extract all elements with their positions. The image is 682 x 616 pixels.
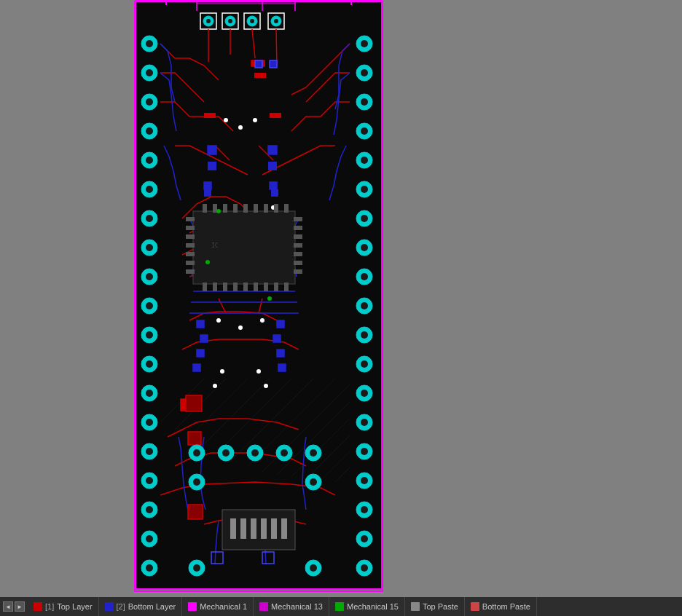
svg-point-76 [146,331,153,339]
svg-rect-107 [255,60,262,68]
svg-point-44 [361,419,368,426]
svg-point-204 [193,478,200,486]
layer-bottom-paste[interactable]: Bottom Paste [465,597,537,616]
svg-point-48 [361,477,368,484]
svg-rect-147 [294,217,302,221]
scroll-left-button[interactable]: ◄ [3,601,13,612]
svg-line-100 [259,299,262,313]
svg-point-46 [361,448,368,455]
svg-rect-118 [277,350,284,357]
bottom-layer-color [105,602,114,611]
svg-point-52 [361,535,368,542]
svg-rect-192 [281,518,287,539]
layer-mechanical15[interactable]: Mechanical 15 [329,597,405,616]
mechanical1-color [188,602,197,611]
scroll-controls[interactable]: ◄ ► [3,601,25,612]
bottom-paste-color [471,602,479,611]
svg-point-198 [251,449,259,457]
svg-point-132 [216,318,221,323]
svg-rect-217 [271,189,278,197]
svg-rect-190 [261,518,267,539]
bottom-paste-label: Bottom Paste [482,602,530,611]
svg-point-68 [146,215,153,222]
svg-rect-160 [264,204,268,213]
svg-rect-146 [186,269,195,274]
svg-rect-109 [208,146,216,154]
svg-rect-145 [186,261,195,265]
svg-point-86 [146,477,153,484]
svg-rect-187 [230,518,236,539]
svg-point-56 [146,40,153,47]
svg-rect-141 [186,226,195,230]
svg-rect-117 [197,350,204,357]
svg-rect-212 [204,113,216,118]
svg-point-200 [281,449,288,457]
svg-line-180 [262,384,350,472]
layer-mechanical13[interactable]: Mechanical 13 [254,597,329,616]
svg-rect-142 [186,234,195,239]
svg-rect-153 [294,269,302,274]
svg-point-28 [361,186,368,193]
svg-point-208 [193,564,200,572]
svg-point-220 [205,260,210,264]
pcb-canvas[interactable]: IC [0,0,682,597]
svg-point-32 [361,244,368,251]
svg-rect-116 [273,335,281,342]
svg-point-60 [146,98,153,106]
svg-rect-157 [233,204,238,213]
svg-rect-171 [284,283,289,291]
svg-rect-165 [223,283,227,291]
svg-rect-149 [294,234,302,239]
svg-rect-122 [262,552,274,564]
svg-point-10 [228,19,232,23]
svg-rect-161 [274,204,278,213]
svg-rect-154 [203,204,207,213]
svg-rect-110 [268,146,277,154]
svg-line-181 [277,402,350,475]
svg-rect-119 [193,364,200,371]
svg-rect-213 [270,113,281,118]
svg-point-16 [274,19,278,23]
svg-point-138 [264,384,268,388]
bottom-layer-number: [2] [117,602,125,611]
svg-point-90 [146,535,153,542]
svg-point-218 [216,209,221,213]
svg-point-38 [361,331,368,339]
svg-rect-169 [264,283,268,291]
svg-rect-222 [188,505,203,519]
svg-point-88 [146,506,153,513]
svg-line-185 [335,467,350,482]
scroll-right-button[interactable]: ► [15,601,25,612]
svg-point-30 [361,215,368,222]
svg-point-18 [361,40,368,47]
svg-rect-152 [294,261,302,265]
svg-rect-168 [254,283,258,291]
top-layer-label: Top Layer [57,602,92,611]
svg-point-135 [220,369,224,374]
svg-point-194 [193,449,200,457]
svg-rect-115 [200,335,208,342]
layer-mechanical1[interactable]: Mechanical 1 [182,597,254,616]
svg-rect-167 [243,283,248,291]
svg-line-99 [219,299,226,313]
layer-top[interactable]: [1] Top Layer [28,597,99,616]
top-layer-number: [1] [45,602,54,611]
svg-point-80 [146,390,153,397]
svg-line-97 [252,29,255,58]
svg-rect-108 [270,60,277,68]
svg-point-62 [146,127,153,135]
svg-point-22 [361,98,368,106]
svg-rect-114 [277,320,284,328]
svg-rect-166 [233,283,238,291]
svg-point-58 [146,69,153,76]
svg-rect-159 [254,204,258,213]
svg-point-136 [256,369,261,374]
svg-point-133 [260,318,264,323]
svg-rect-216 [204,189,211,197]
layer-bottom[interactable]: [2] Bottom Layer [99,597,183,616]
svg-rect-191 [271,518,277,539]
top-paste-color [411,602,420,611]
layer-top-paste[interactable]: Top Paste [405,597,465,616]
svg-rect-215 [268,162,277,170]
svg-rect-211 [254,73,266,78]
